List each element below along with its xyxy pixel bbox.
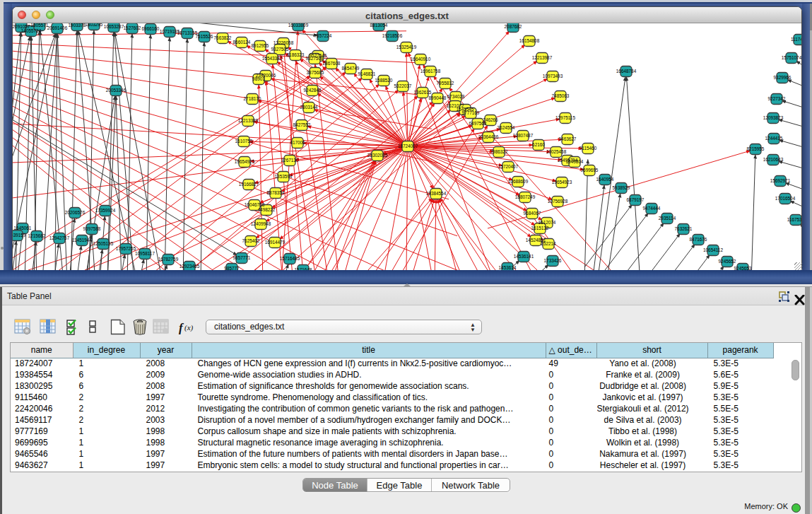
svg-text:16782759: 16782759 [158, 257, 179, 262]
svg-text:15720407: 15720407 [498, 164, 519, 169]
svg-text:1615132: 1615132 [531, 226, 549, 230]
svg-text:1117433: 1117433 [791, 37, 801, 42]
svg-text:12923465: 12923465 [180, 264, 200, 269]
svg-text:18807249: 18807249 [515, 194, 536, 199]
svg-text:15692971: 15692971 [770, 178, 791, 183]
svg-text:7857224: 7857224 [314, 33, 332, 38]
svg-text:9329966: 9329966 [774, 75, 792, 80]
svg-text:2803144: 2803144 [300, 105, 318, 110]
svg-text:10025458: 10025458 [546, 149, 567, 154]
svg-text:98901: 98901 [252, 76, 265, 81]
svg-text:15325419: 15325419 [396, 45, 417, 49]
svg-text:15716485: 15716485 [280, 256, 300, 261]
svg-text:12213389: 12213389 [238, 118, 259, 123]
svg-text:13226058: 13226058 [273, 40, 294, 45]
svg-text:1639159: 1639159 [13, 233, 26, 238]
svg-text:(x): (x) [184, 323, 194, 332]
svg-text:6966160: 6966160 [142, 26, 160, 31]
svg-text:16033809: 16033809 [288, 23, 309, 28]
svg-text:25302035: 25302035 [367, 153, 388, 158]
svg-text:20053346: 20053346 [106, 88, 126, 93]
svg-text:1362615: 1362615 [414, 90, 432, 95]
svg-text:7955812: 7955812 [437, 81, 454, 86]
svg-text:16648784: 16648784 [616, 69, 637, 74]
svg-text:16961758: 16961758 [420, 69, 441, 74]
svg-text:8990448: 8990448 [429, 95, 447, 100]
svg-text:6879197: 6879197 [627, 197, 645, 202]
svg-text:7625402: 7625402 [242, 238, 260, 243]
svg-text:17016504: 17016504 [775, 196, 796, 201]
svg-text:746266: 746266 [483, 117, 498, 122]
svg-text:1167533: 1167533 [787, 217, 801, 222]
svg-text:9777169: 9777169 [462, 110, 480, 115]
svg-text:417006: 417006 [290, 140, 305, 145]
svg-text:8813054: 8813054 [370, 23, 388, 28]
svg-text:10653287: 10653287 [104, 24, 124, 29]
svg-text:1903378: 1903378 [69, 23, 86, 28]
svg-text:8215955: 8215955 [747, 146, 765, 151]
svg-text:3875685: 3875685 [307, 70, 324, 75]
svg-text:5322037: 5322037 [394, 83, 412, 88]
svg-text:1244415: 1244415 [765, 136, 783, 141]
svg-text:7663822: 7663822 [214, 35, 232, 40]
svg-text:10756928: 10756928 [548, 199, 568, 204]
svg-text:9684067: 9684067 [524, 211, 541, 216]
svg-text:1549804: 1549804 [566, 159, 584, 164]
svg-text:1612074: 1612074 [539, 220, 556, 225]
svg-text:12942757: 12942757 [49, 235, 70, 240]
svg-text:7485063: 7485063 [552, 93, 570, 98]
svg-text:19654925: 19654925 [235, 159, 255, 164]
svg-text:19384554: 19384554 [426, 191, 447, 196]
svg-text:16713155: 16713155 [177, 30, 198, 35]
svg-text:14536141: 14536141 [514, 254, 534, 259]
svg-text:20206576: 20206576 [65, 210, 86, 215]
svg-text:1805571: 1805571 [31, 23, 49, 28]
svg-text:62160: 62160 [532, 142, 545, 147]
svg-text:9327508: 9327508 [306, 56, 324, 61]
svg-text:19218506: 19218506 [382, 33, 403, 38]
svg-text:1610755: 1610755 [235, 139, 253, 144]
svg-text:f: f [179, 321, 184, 334]
svg-text:16210643: 16210643 [763, 157, 784, 162]
svg-text:8186323: 8186323 [287, 52, 305, 57]
svg-text:10688609: 10688609 [508, 179, 529, 184]
svg-text:8471676: 8471676 [690, 237, 707, 242]
svg-text:16914479: 16914479 [265, 240, 286, 245]
svg-text:2087682: 2087682 [505, 24, 522, 29]
svg-text:8660124: 8660124 [233, 40, 251, 45]
svg-text:1640954: 1640954 [596, 177, 614, 182]
svg-text:1453614: 1453614 [499, 265, 517, 270]
svg-text:14055724: 14055724 [21, 28, 42, 33]
svg-text:4498222: 4498222 [258, 207, 276, 212]
svg-text:17359924: 17359924 [95, 208, 116, 213]
svg-text:3267130: 3267130 [281, 158, 299, 163]
svg-text:252214: 252214 [541, 241, 556, 246]
svg-text:10654112: 10654112 [703, 247, 723, 252]
svg-text:17957255: 17957255 [116, 246, 136, 251]
svg-text:1733426: 1733426 [544, 258, 562, 263]
svg-text:1645061: 1645061 [14, 226, 32, 230]
svg-text:11451944: 11451944 [72, 238, 92, 243]
svg-text:5938929: 5938929 [613, 185, 630, 190]
svg-text:20691406: 20691406 [47, 25, 68, 30]
svg-text:1215682: 1215682 [28, 233, 46, 238]
svg-text:20364436: 20364436 [478, 134, 499, 139]
svg-text:12975115: 12975115 [555, 115, 575, 120]
svg-text:1803295: 1803295 [86, 23, 103, 27]
svg-text:19654923: 19654923 [552, 180, 572, 185]
svg-text:1353594: 1353594 [275, 174, 293, 179]
svg-text:2935114: 2935114 [659, 216, 676, 221]
svg-text:10958117: 10958117 [135, 251, 155, 256]
svg-text:8912955: 8912955 [252, 43, 269, 48]
svg-text:9146821: 9146821 [358, 71, 376, 76]
svg-text:8454749: 8454749 [342, 66, 360, 71]
svg-text:16543382: 16543382 [262, 56, 283, 61]
svg-text:9245652: 9245652 [719, 259, 736, 264]
svg-text:7986322: 7986322 [490, 149, 508, 154]
svg-text:16046768: 16046768 [245, 202, 265, 207]
svg-text:9463627: 9463627 [559, 136, 577, 141]
svg-text:7515526: 7515526 [196, 34, 213, 39]
svg-text:9474444: 9474444 [643, 206, 661, 211]
svg-text:2867608: 2867608 [323, 61, 341, 66]
svg-text:12213987: 12213987 [532, 55, 553, 60]
